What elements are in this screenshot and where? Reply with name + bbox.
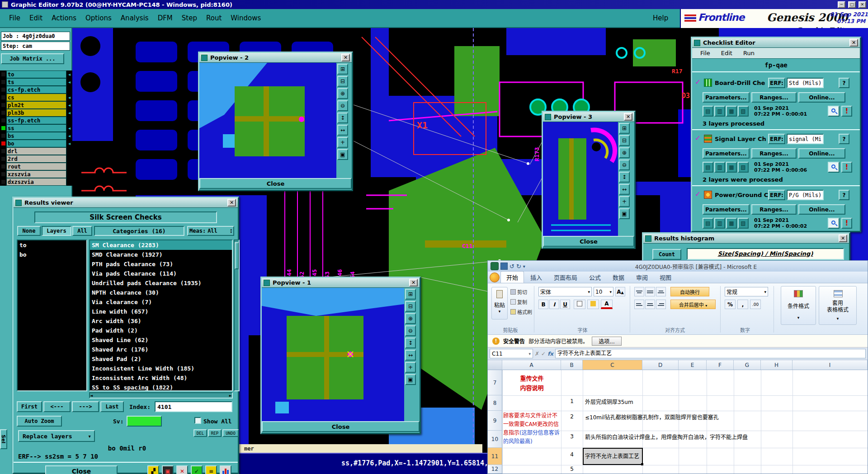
popview-1-close-button[interactable]: Close — [262, 421, 420, 432]
layer-name[interactable]: cs — [6, 94, 66, 101]
delete-marker-icon[interactable]: ✕ — [176, 465, 188, 474]
redo-icon[interactable]: ↻ — [516, 263, 521, 270]
cut-button[interactable]: 剪切 — [510, 288, 527, 296]
popview-2-viewport[interactable] — [199, 63, 336, 178]
tab-all[interactable]: All — [72, 226, 92, 236]
layer-name[interactable]: ts — [6, 78, 66, 86]
sel-tab[interactable]: Sel — [0, 429, 7, 449]
popview-tool-button[interactable]: ↔ — [337, 125, 348, 136]
popview-tool-button[interactable]: ⊞ — [619, 123, 630, 134]
category-item[interactable]: NPTH clearance (30) — [90, 288, 232, 297]
popview-tool-button[interactable]: ⊖ — [337, 100, 348, 111]
row-number[interactable]: 10 — [488, 431, 502, 448]
layer-name[interactable]: to — [6, 70, 66, 78]
excel-window[interactable]: ↺ ↻ ▾ 4G0JZ0DUA0-预审指示 [兼容模式] - Microsoft… — [487, 260, 868, 474]
action-tool-icon[interactable]: ▤ — [703, 162, 713, 173]
layer-row[interactable]: bo◂ — [0, 140, 72, 147]
cell-c10[interactable]: 箭头所指的白油块设计焊盘上，用焊盘掏开白油块，字符不能上焊盘 — [584, 433, 864, 442]
action-tool-icon[interactable]: ▥ — [714, 106, 725, 117]
category-item[interactable]: Inconsistent Arc Width (48) — [90, 373, 232, 383]
layer-row[interactable]: xzszvia — [0, 170, 72, 178]
layer-name[interactable]: 2rd — [6, 155, 66, 163]
name-box[interactable]: C11 ▾ — [490, 349, 533, 358]
notes-icon[interactable]: ≡ — [205, 465, 217, 474]
formula-input[interactable]: 字符不允许上表面工艺 — [555, 349, 866, 358]
rep-button[interactable]: REP — [208, 429, 222, 437]
category-item[interactable]: Undrilled pads Clearance (1935) — [90, 278, 232, 288]
column-header[interactable]: H — [761, 360, 793, 370]
format-painter-button[interactable]: 格式刷 — [510, 308, 532, 316]
layer-name[interactable]: ss-fp.etch — [6, 117, 66, 124]
office-button[interactable] — [490, 272, 500, 282]
popview-2-titlebar[interactable]: Popview - 2 ✕ — [199, 53, 352, 63]
increase-decimal-button[interactable]: .00 — [750, 300, 761, 309]
close-icon[interactable]: ✕ — [227, 199, 236, 206]
action-tool-icon[interactable]: ▧ — [738, 218, 749, 229]
font-size-select[interactable]: 10▾ — [594, 287, 613, 296]
tab-page-layout[interactable]: 页面布局 — [548, 272, 583, 283]
approve-icon[interactable]: ✓ — [191, 465, 203, 474]
help-button[interactable]: ? — [839, 134, 849, 144]
tab-formulas[interactable]: 公式 — [584, 272, 606, 283]
layer-name[interactable]: cs-fp.etch — [6, 86, 66, 94]
sheet-grid[interactable]: 7 8 9 10 11 12 重传文件 内容说明 1 外层完成铜厚35um 顾客… — [488, 370, 868, 474]
popview-1-titlebar[interactable]: Popview - 1 ✕ — [262, 278, 420, 288]
sv-color-swatch[interactable] — [127, 416, 162, 427]
align-right-icon[interactable] — [656, 300, 666, 309]
online-button[interactable]: Online... — [798, 92, 845, 103]
layer-row[interactable]: rout — [0, 163, 72, 170]
layer-row[interactable]: cs◂ — [0, 94, 72, 101]
conditional-formatting-button[interactable]: 条件格式 ▾ — [781, 286, 816, 325]
alert-icon[interactable]: ! — [841, 218, 852, 229]
layer-name[interactable]: pln2t — [6, 101, 66, 109]
tab-insert[interactable]: 插入 — [525, 272, 547, 283]
category-item[interactable]: Shaved Pad (2) — [90, 354, 232, 364]
alert-icon[interactable]: ! — [841, 106, 852, 117]
row-number[interactable]: 8 — [488, 395, 502, 411]
popview-3-close-button[interactable]: Close — [543, 236, 634, 247]
magnifier-icon[interactable] — [828, 162, 840, 173]
format-as-table-button[interactable]: 套用 表格格式 ▾ — [819, 286, 857, 325]
layer-name[interactable]: xzszvia — [6, 170, 66, 178]
layer-name[interactable]: bo — [6, 140, 66, 147]
nav-last-button[interactable]: Last — [100, 401, 124, 412]
popview-tool-button[interactable]: ↔ — [619, 184, 630, 195]
popview-tool-button[interactable]: ▣ — [405, 374, 416, 385]
selected-cell-c11[interactable]: 字符不允许上表面工艺 — [583, 448, 643, 465]
warning-options-button[interactable]: 选项... — [592, 337, 622, 346]
category-item[interactable]: Via clearance (7) — [90, 297, 232, 307]
parameters-button[interactable]: Parameters... — [703, 148, 750, 159]
results-viewer-titlebar[interactable]: Results viewer ✕ — [14, 198, 238, 208]
italic-button[interactable]: I — [549, 300, 559, 309]
font-color-button[interactable]: A — [601, 300, 613, 309]
scroll-left-icon[interactable]: ◄ — [90, 394, 93, 398]
magnifier-icon[interactable] — [828, 106, 840, 117]
erf-value[interactable]: signal (Mi — [787, 134, 824, 144]
underline-button[interactable]: U — [560, 300, 570, 309]
nav-next-button[interactable]: ---> — [72, 401, 99, 412]
tab-review[interactable]: 审阅 — [631, 272, 653, 283]
layer-row[interactable]: ts◂ — [0, 78, 72, 86]
cell-b9[interactable]: 2 — [561, 413, 583, 420]
help-button[interactable]: ? — [839, 78, 849, 88]
popview-tool-button[interactable]: ⊕ — [619, 147, 630, 158]
categories-list[interactable]: SM Clearance (2283) SMD Clearance (1927)… — [89, 239, 233, 391]
excel-titlebar[interactable]: ↺ ↻ ▾ 4G0JZ0DUA0-预审指示 [兼容模式] - Microsoft… — [488, 261, 868, 272]
category-item[interactable]: Via pads Clearance (114) — [90, 269, 232, 278]
copy-button[interactable]: 复制 — [510, 298, 527, 306]
index-input[interactable]: 4101 — [155, 401, 232, 412]
column-header[interactable]: E — [679, 360, 707, 370]
qat-more-icon[interactable]: ▾ — [523, 264, 525, 269]
show-all-checkbox[interactable] — [194, 417, 201, 424]
del-button[interactable]: DEL — [193, 429, 207, 437]
layer-row[interactable]: cs-fp.etch — [0, 86, 72, 94]
meas-dropdown[interactable]: Meas: All ▴▾ — [187, 226, 234, 236]
erf-button[interactable]: ERF: — [768, 78, 785, 88]
category-item[interactable]: PTH pads Clearance (73) — [90, 259, 232, 269]
checklist-titlebar[interactable]: Checklist Editor ✕ — [692, 38, 860, 48]
histogram-titlebar[interactable]: Results histogram ✕ — [643, 234, 849, 244]
layer-name[interactable]: bs — [6, 132, 66, 140]
ranges-button[interactable]: Ranges... — [751, 92, 797, 103]
align-center-icon[interactable] — [645, 300, 655, 309]
layer-name[interactable]: ss — [6, 124, 66, 132]
